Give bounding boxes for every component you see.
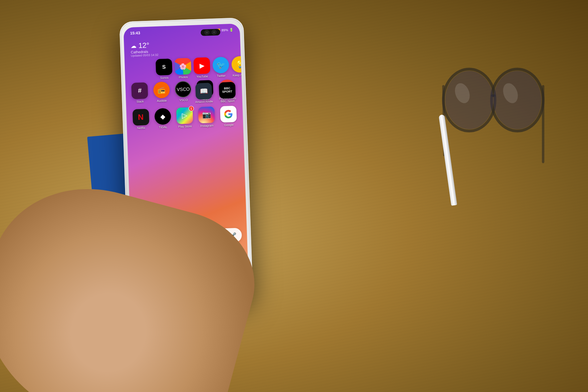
netflix-label: Netflix [137,126,145,130]
bbcsport-icon[interactable]: BBCSPORT [219,82,236,99]
photos-icon[interactable]: 🌸 [174,58,191,75]
audible-icon[interactable]: 📻 [153,81,170,98]
app-google[interactable]: Google [220,106,237,127]
youtube-label: YouTube [196,75,208,79]
app-instagram[interactable]: 📷 Instagram [198,106,215,128]
sonos-icon[interactable]: S [155,58,172,75]
app-slack[interactable]: # Slack [131,82,148,104]
app-audible[interactable]: 📻 Audible [153,81,170,103]
google-label: Google [224,123,234,127]
photos-label: Photos [179,75,188,79]
app-playstore[interactable]: ▷ 1 Play Store [176,107,193,129]
tidal-label: TIDAL [159,125,167,129]
apps-row-3: N Netflix ◆ TIDAL ▷ 1 Play Store 📷 [129,106,240,130]
playstore-icon[interactable]: ▷ 1 [176,107,193,124]
google-icon[interactable] [220,106,237,123]
app-vsco[interactable]: VSCO VSCO [175,81,192,102]
camera-cutout [201,29,220,36]
app-photos[interactable]: 🌸 Photos [174,58,191,79]
playstore-badge: 1 [188,106,194,111]
slack-icon[interactable]: # [131,82,148,99]
twitter-label: Twitter [217,74,226,78]
weather-cloud-icon: ☁ [130,42,137,50]
battery-text: 89% [221,28,228,32]
instagram-icon[interactable]: 📷 [198,106,215,123]
youtube-icon[interactable]: ▶ [193,57,210,74]
svg-point-4 [445,71,493,129]
instagram-label: Instagram [200,124,213,128]
vsco-icon[interactable]: VSCO [175,81,192,98]
app-kindle[interactable]: 📖 Amazon Kindle [195,83,213,104]
weather-temperature: 12° [138,41,149,50]
app-youtube[interactable]: ▶ YouTube [193,57,210,79]
playstore-label: Play Store [178,125,192,129]
kindle-label: Amazon Kindle [195,100,213,104]
audible-label: Audible [157,99,167,103]
slack-label: Slack [137,100,144,104]
camera-lens-1 [204,30,209,35]
status-bar: 15:43 📶 89% 🔋 [123,24,240,39]
glasses [441,59,546,189]
apps-row-1: S Sonos 🌸 Photos ▶ YouTube 🐦 Twitter [128,56,238,81]
app-twitter[interactable]: 🐦 Twitter [212,57,229,78]
camera-lens-2 [212,30,216,35]
vsco-label: VSCO [179,98,188,102]
battery-icon: 🔋 [229,28,233,31]
weather-widget: ☁ 12° Cathedrals Updated 05/03 14:32 [130,41,158,57]
app-netflix[interactable]: N Netflix [132,109,149,130]
svg-point-5 [493,71,541,129]
app-tidal[interactable]: ◆ TIDAL [154,108,171,130]
netflix-icon[interactable]: N [132,109,149,126]
sonos-label: Sonos [160,76,169,80]
app-bbcsport[interactable]: BBCSPORT BBC Sport [219,82,236,103]
weather-updated: Updated 05/03 14:32 [131,53,158,57]
twitter-icon[interactable]: 🐦 [212,57,229,74]
bbcsport-label: BBC Sport [220,99,235,103]
app-sonos[interactable]: S Sonos [155,58,172,80]
status-time: 15:43 [130,31,140,36]
kindle-icon[interactable]: 📖 [195,83,212,100]
tidal-icon[interactable]: ◆ [154,108,171,125]
